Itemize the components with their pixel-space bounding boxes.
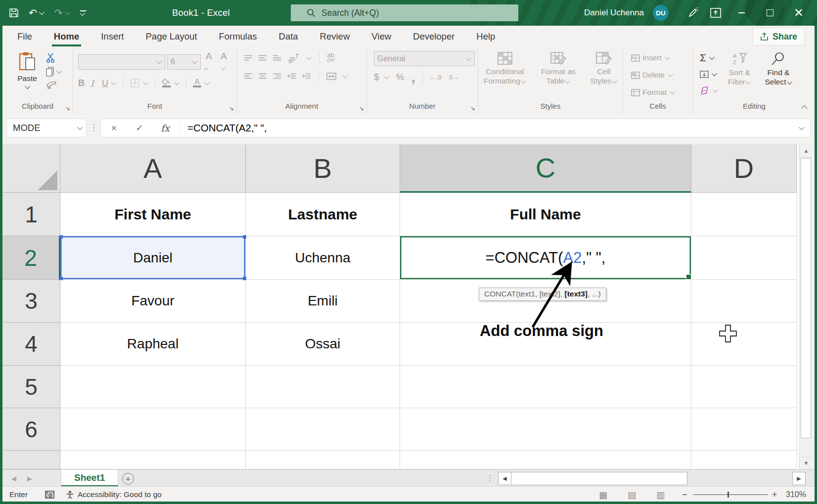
- normal-view-icon[interactable]: ▦: [599, 487, 607, 503]
- whats-new-pen-icon[interactable]: [681, 0, 704, 26]
- cell-B3[interactable]: Emili: [246, 280, 400, 323]
- cell-D5[interactable]: [691, 366, 797, 408]
- conditional-formatting-button[interactable]: ConditionalFormatting: [480, 51, 530, 101]
- font-name-combo[interactable]: [78, 54, 165, 70]
- row-header-1[interactable]: 1: [2, 193, 60, 236]
- cell-A5[interactable]: [60, 366, 246, 408]
- insert-function-button[interactable]: fx: [152, 123, 178, 133]
- fill-button[interactable]: [700, 68, 718, 80]
- align-bottom-icon[interactable]: [272, 55, 281, 61]
- decrease-decimal-icon[interactable]: .0→: [448, 74, 459, 81]
- comma-format-button[interactable]: ,: [411, 75, 415, 80]
- format-cells-button[interactable]: Format: [631, 86, 692, 98]
- cell-A4[interactable]: Rapheal: [60, 323, 246, 366]
- zoom-slider[interactable]: [693, 487, 768, 503]
- next-sheet-icon[interactable]: ▶: [27, 475, 32, 482]
- find-select-button[interactable]: Find &Select: [761, 51, 796, 101]
- format-as-table-button[interactable]: Format asTable: [537, 51, 580, 101]
- tab-home[interactable]: Home: [54, 31, 79, 42]
- column-header-d[interactable]: D: [691, 144, 797, 193]
- bold-button[interactable]: B: [78, 78, 88, 88]
- underline-menu[interactable]: [111, 80, 117, 85]
- cell-A6[interactable]: [60, 408, 246, 451]
- page-layout-view-icon[interactable]: ▤: [628, 487, 636, 503]
- tab-review[interactable]: Review: [320, 31, 350, 42]
- format-painter-icon[interactable]: [46, 81, 57, 89]
- number-dialog-launcher[interactable]: ↘: [470, 105, 475, 111]
- cell-A2[interactable]: Daniel: [60, 236, 246, 280]
- search-box[interactable]: [291, 4, 518, 21]
- cell-A1[interactable]: First Name: [60, 193, 246, 236]
- align-left-icon[interactable]: [244, 73, 253, 80]
- shrink-font-icon[interactable]: A: [221, 51, 231, 73]
- increase-indent-icon[interactable]: [302, 73, 311, 80]
- align-middle-icon[interactable]: [258, 55, 267, 61]
- enter-formula-button[interactable]: ✓: [127, 123, 152, 133]
- hscroll-right-icon[interactable]: ▶: [792, 472, 806, 485]
- minimize-button[interactable]: [727, 0, 756, 26]
- share-button[interactable]: Share: [753, 28, 805, 45]
- formula-bar-drag-dots[interactable]: ⋮: [90, 119, 98, 136]
- tab-view[interactable]: View: [371, 31, 391, 42]
- column-header-a[interactable]: A: [60, 144, 246, 193]
- cell-C6[interactable]: [400, 408, 691, 451]
- fill-handle[interactable]: [686, 274, 691, 280]
- wrap-text-icon[interactable]: abc↵: [327, 53, 335, 63]
- vertical-scrollbar[interactable]: ▲ ▼: [799, 144, 812, 469]
- cell-D2[interactable]: [691, 236, 797, 280]
- cell-D7[interactable]: [691, 451, 797, 469]
- formula-input[interactable]: =CONCAT(A2," ",: [182, 122, 267, 134]
- customize-qat-icon[interactable]: [80, 10, 86, 16]
- row-header-4[interactable]: 4: [2, 323, 60, 366]
- cancel-formula-button[interactable]: ×: [101, 123, 127, 134]
- currency-menu[interactable]: [384, 74, 389, 79]
- cell-A3[interactable]: Favour: [60, 280, 246, 323]
- clipboard-dialog-launcher[interactable]: ↘: [65, 105, 70, 111]
- cell-B6[interactable]: [246, 408, 400, 451]
- tab-data[interactable]: Data: [279, 31, 298, 42]
- zoom-in-button[interactable]: +: [772, 487, 777, 503]
- cell-styles-button[interactable]: CellStyles: [587, 51, 621, 101]
- cut-icon[interactable]: [46, 53, 57, 63]
- cell-B2[interactable]: Uchenna: [246, 236, 400, 280]
- macro-record-icon[interactable]: [45, 487, 54, 503]
- zoom-slider-thumb[interactable]: [727, 492, 729, 498]
- borders-menu[interactable]: [143, 80, 148, 85]
- insert-cells-button[interactable]: Insert: [631, 52, 692, 64]
- cell-C5[interactable]: [400, 366, 691, 408]
- ribbon-display-options-icon[interactable]: [704, 0, 727, 26]
- orientation-menu[interactable]: [306, 54, 312, 60]
- row-header-3[interactable]: 3: [2, 280, 60, 323]
- expand-formula-bar-icon[interactable]: [799, 125, 804, 130]
- undo-button[interactable]: ↶: [29, 7, 45, 19]
- page-break-view-icon[interactable]: ▥: [656, 487, 665, 503]
- tab-page-layout[interactable]: Page Layout: [146, 31, 197, 42]
- row-header-2[interactable]: 2: [2, 236, 60, 280]
- cell-A7[interactable]: [60, 451, 246, 469]
- merge-center-menu[interactable]: [342, 73, 348, 78]
- name-box[interactable]: MODE: [6, 119, 87, 137]
- cell-D6[interactable]: [691, 408, 797, 451]
- vertical-scroll-thumb[interactable]: [801, 158, 811, 438]
- sort-filter-button[interactable]: AZ Sort &Filter: [724, 51, 755, 101]
- scroll-down-icon[interactable]: ▼: [799, 457, 813, 469]
- fill-color-menu[interactable]: [174, 80, 180, 85]
- redo-button[interactable]: ↷: [54, 7, 70, 19]
- cell-D1[interactable]: [691, 193, 797, 236]
- underline-button[interactable]: U: [102, 78, 108, 88]
- hscroll-left-icon[interactable]: ◀: [498, 472, 511, 485]
- italic-button[interactable]: I: [91, 78, 99, 88]
- row-header-7-partial[interactable]: [2, 451, 60, 469]
- cell-C2-formula-editor[interactable]: =CONCAT(A2," ",: [400, 236, 691, 280]
- zoom-level[interactable]: 310%: [786, 487, 806, 503]
- tab-help[interactable]: Help: [476, 31, 495, 42]
- font-dialog-launcher[interactable]: ↘: [229, 105, 234, 111]
- prev-sheet-icon[interactable]: ◀: [11, 475, 16, 482]
- orientation-icon[interactable]: ab↗: [286, 51, 302, 65]
- tab-insert[interactable]: Insert: [101, 31, 124, 42]
- avatar[interactable]: DU: [653, 5, 669, 21]
- column-header-b[interactable]: B: [246, 144, 400, 193]
- decrease-indent-icon[interactable]: [287, 73, 296, 80]
- row-header-6[interactable]: 6: [2, 408, 60, 451]
- select-all-corner[interactable]: [2, 144, 60, 193]
